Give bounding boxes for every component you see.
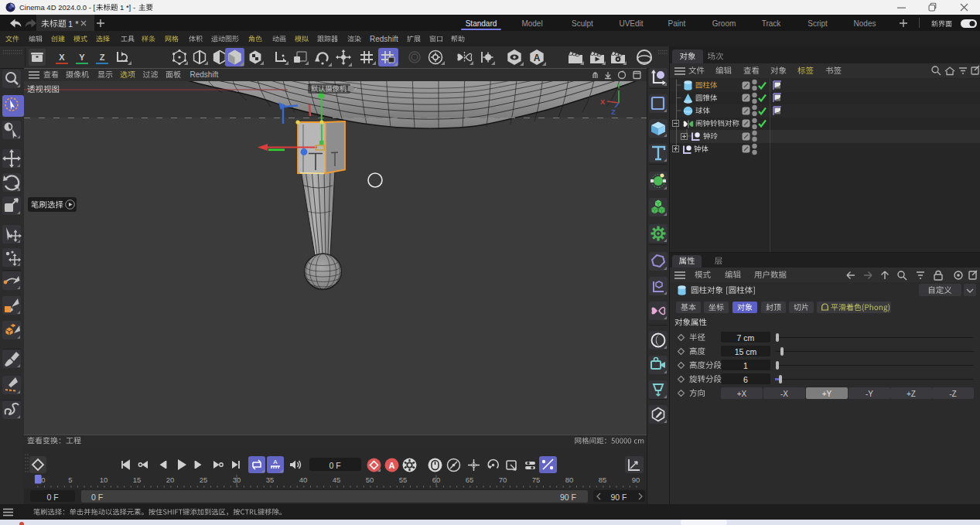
svg-text:50: 50: [366, 476, 374, 484]
svg-text:35: 35: [266, 476, 275, 484]
svg-text:10: 10: [100, 476, 108, 484]
svg-text:55: 55: [399, 476, 408, 484]
svg-text:90: 90: [632, 476, 640, 484]
svg-text:40: 40: [299, 476, 308, 484]
svg-text:20: 20: [166, 476, 175, 484]
svg-text:15: 15: [133, 476, 142, 484]
svg-text:65: 65: [466, 476, 474, 484]
svg-text:A: A: [389, 461, 395, 470]
svg-text:80: 80: [565, 476, 574, 484]
svg-text:45: 45: [333, 476, 341, 484]
svg-text:70: 70: [499, 476, 507, 484]
svg-text:5: 5: [68, 476, 72, 484]
svg-text:25: 25: [200, 476, 208, 484]
svg-text:X: X: [600, 98, 605, 106]
svg-text:75: 75: [532, 476, 541, 484]
svg-text:A: A: [273, 459, 278, 465]
svg-text:85: 85: [599, 476, 607, 484]
svg-text:Y: Y: [616, 82, 621, 90]
svg-text:Z: Z: [611, 108, 616, 116]
svg-text:A: A: [534, 53, 541, 63]
svg-text:0: 0: [41, 476, 45, 484]
